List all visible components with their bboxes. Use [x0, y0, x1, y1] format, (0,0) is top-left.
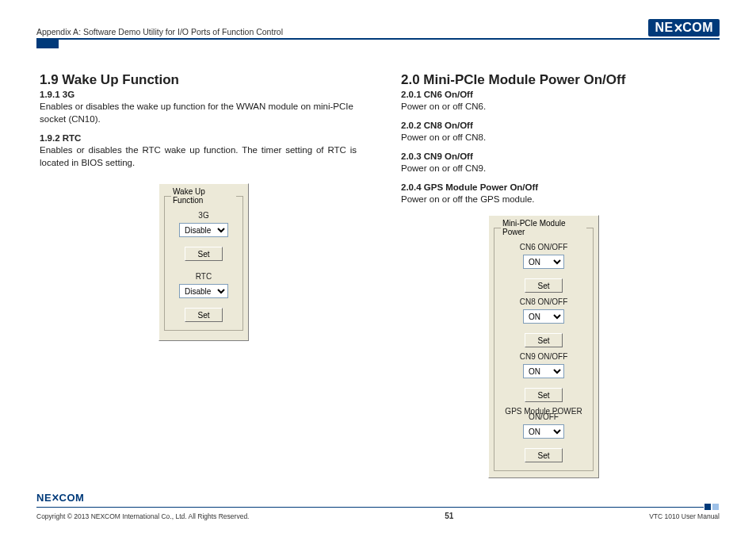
wake-rtc-label: RTC — [171, 272, 236, 281]
page-footer: NE✕COM Copyright © 2013 NEXCOM Internati… — [36, 492, 720, 520]
section-2-0-2-heading: 2.0.2 CN8 On/Off — [401, 121, 718, 130]
cn6-label: CN6 ON/OFF — [501, 243, 586, 251]
section-2-0-4-body: Power on or off the GPS module. — [401, 193, 718, 205]
cn9-set-button[interactable]: Set — [525, 388, 563, 402]
header-rule — [36, 38, 720, 40]
cn6-set-button[interactable]: Set — [525, 278, 563, 293]
cn9-label: CN9 ON/OFF — [501, 352, 586, 361]
cn8-set-button[interactable]: Set — [525, 333, 563, 347]
header-tab — [36, 39, 59, 48]
wake-3g-set-button[interactable]: Set — [185, 247, 223, 261]
section-1-9-heading: 1.9 Wake Up Function — [40, 72, 357, 88]
wake-rtc-set-button[interactable]: Set — [185, 308, 223, 322]
footer-copyright: Copyright © 2013 NEXCOM International Co… — [36, 512, 249, 520]
wake-3g-select[interactable]: Disable — [179, 223, 228, 237]
wake-3g-label: 3G — [171, 211, 236, 220]
section-1-9-1-heading: 1.9.1 3G — [40, 90, 357, 99]
footer-doc-title: VTC 1010 User Manual — [649, 512, 720, 520]
pcie-power-panel: Mini-PCIe Module Power CN6 ON/OFF ON Set… — [488, 215, 599, 478]
appendix-title: Appendix A: Software Demo Utility for I/… — [36, 27, 283, 36]
section-2-0-4-heading: 2.0.4 GPS Module Power On/Off — [401, 182, 718, 192]
section-1-9-1-body: Enables or disables the wake up function… — [40, 100, 357, 125]
gps-select[interactable]: ON — [523, 424, 564, 439]
section-2-0-1-heading: 2.0.1 CN6 On/Off — [401, 90, 718, 99]
section-2-0-1-body: Power on or off CN6. — [401, 100, 718, 113]
wake-up-panel: Wake Up Function 3G Disable Set RTC Disa… — [158, 183, 249, 341]
footer-logo: NE✕COM — [36, 492, 720, 504]
gps-set-button[interactable]: Set — [525, 448, 563, 462]
pcie-legend: Mini-PCIe Module Power — [501, 219, 586, 236]
section-1-9-2-heading: 1.9.2 RTC — [40, 133, 357, 143]
section-1-9-2-body: Enables or disables the RTC wake up func… — [40, 144, 357, 169]
cn8-label: CN8 ON/OFF — [501, 297, 586, 306]
nexcom-logo: NE✕COM — [648, 19, 720, 36]
section-2-0-2-body: Power on or off CN8. — [401, 131, 718, 144]
cn9-select[interactable]: ON — [523, 364, 564, 378]
wake-up-legend: Wake Up Function — [171, 187, 236, 205]
section-2-0-heading: 2.0 Mini-PCIe Module Power On/Off — [401, 72, 718, 88]
section-2-0-3-heading: 2.0.3 CN9 On/Off — [401, 151, 718, 161]
cn8-select[interactable]: ON — [523, 309, 564, 324]
page-number: 51 — [445, 512, 453, 520]
section-2-0-3-body: Power on or off CN9. — [401, 162, 718, 174]
cn6-select[interactable]: ON — [523, 255, 564, 269]
wake-rtc-select[interactable]: Disable — [179, 284, 228, 298]
